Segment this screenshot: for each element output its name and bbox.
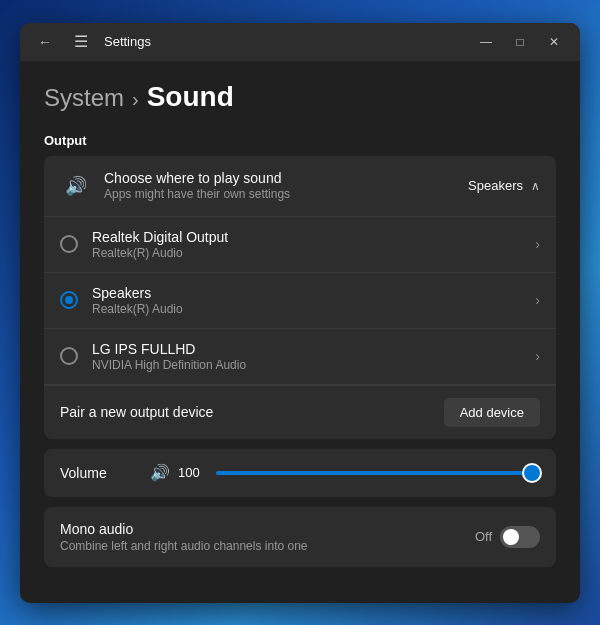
device-sub-realtek-digital: Realtek(R) Audio — [92, 246, 535, 260]
mono-audio-sub: Combine left and right audio channels in… — [60, 539, 475, 553]
titlebar: ← ☰ Settings — □ ✕ — [20, 23, 580, 61]
add-device-row: Pair a new output device Add device — [44, 385, 556, 439]
page-header: System › Sound — [44, 81, 556, 113]
settings-window: ← ☰ Settings — □ ✕ System › Sound Output… — [20, 23, 580, 603]
mono-audio-state: Off — [475, 529, 492, 544]
radio-lg[interactable] — [60, 347, 78, 365]
radio-realtek-digital[interactable] — [60, 235, 78, 253]
breadcrumb-chevron: › — [132, 88, 139, 111]
volume-thumb[interactable] — [524, 465, 540, 481]
volume-value: 100 — [178, 465, 206, 480]
pair-device-label: Pair a new output device — [60, 404, 444, 420]
volume-icon: 🔊 — [150, 463, 170, 482]
volume-track — [216, 471, 540, 475]
output-header-row[interactable]: 🔊 Choose where to play sound Apps might … — [44, 156, 556, 217]
menu-button[interactable]: ☰ — [68, 30, 94, 53]
output-card: 🔊 Choose where to play sound Apps might … — [44, 156, 556, 439]
volume-label: Volume — [60, 465, 150, 481]
expand-icon: ∧ — [531, 179, 540, 193]
device-item-speakers[interactable]: Speakers Realtek(R) Audio › — [44, 273, 556, 329]
current-device-label: Speakers — [468, 178, 523, 193]
back-icon: ← — [38, 34, 52, 50]
device-chevron-realtek-digital: › — [535, 236, 540, 252]
page-title: Sound — [147, 81, 234, 113]
add-device-button[interactable]: Add device — [444, 398, 540, 427]
device-chevron-speakers: › — [535, 292, 540, 308]
device-chevron-lg: › — [535, 348, 540, 364]
device-name-speakers: Speakers — [92, 285, 535, 301]
device-name-realtek-digital: Realtek Digital Output — [92, 229, 535, 245]
radio-inner-speakers — [65, 296, 73, 304]
device-item-lg[interactable]: LG IPS FULLHD NVIDIA High Definition Aud… — [44, 329, 556, 385]
mono-audio-card: Mono audio Combine left and right audio … — [44, 507, 556, 567]
device-sub-lg: NVIDIA High Definition Audio — [92, 358, 535, 372]
device-sub-speakers: Realtek(R) Audio — [92, 302, 535, 316]
maximize-button[interactable]: □ — [506, 31, 534, 53]
toggle-knob — [503, 529, 519, 545]
window-title: Settings — [104, 34, 462, 49]
output-header-sub: Apps might have their own settings — [104, 187, 468, 201]
mono-audio-toggle[interactable] — [500, 526, 540, 548]
menu-icon: ☰ — [74, 33, 88, 50]
volume-fill — [216, 471, 540, 475]
system-breadcrumb: System — [44, 84, 124, 112]
radio-speakers[interactable] — [60, 291, 78, 309]
back-button[interactable]: ← — [32, 32, 58, 52]
volume-card: Volume 🔊 100 — [44, 449, 556, 497]
content-area: System › Sound Output 🔊 Choose where to … — [20, 61, 580, 603]
device-name-lg: LG IPS FULLHD — [92, 341, 535, 357]
output-section-label: Output — [44, 133, 556, 148]
close-button[interactable]: ✕ — [540, 31, 568, 53]
mono-audio-title: Mono audio — [60, 521, 475, 537]
device-item-realtek-digital[interactable]: Realtek Digital Output Realtek(R) Audio … — [44, 217, 556, 273]
volume-slider-container[interactable] — [216, 463, 540, 483]
speaker-icon: 🔊 — [60, 170, 92, 202]
minimize-button[interactable]: — — [472, 31, 500, 53]
output-header-title: Choose where to play sound — [104, 170, 468, 186]
window-controls: — □ ✕ — [472, 31, 568, 53]
